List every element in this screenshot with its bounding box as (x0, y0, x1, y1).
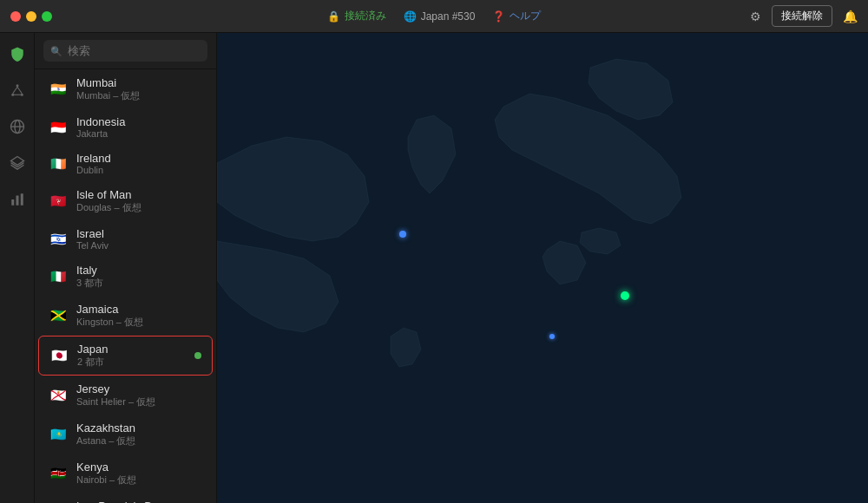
country-sub: Nairobi – 仮想 (76, 474, 202, 487)
minimize-button[interactable] (26, 11, 36, 22)
country-info: Japan 2 都市 (77, 343, 186, 369)
country-info: Mumbai Mumbai – 仮想 (76, 76, 202, 102)
country-flag: 🇮🇱 (49, 230, 68, 249)
country-flag: 🇮🇲 (49, 192, 68, 211)
country-flag: 🇯🇵 (49, 346, 69, 365)
sidebar-icons (0, 33, 35, 503)
country-item[interactable]: 🇯🇪 Jersey Saint Helier – 仮想 (38, 376, 213, 415)
country-item[interactable]: 🇯🇲 Jamaica Kingston – 仮想 (38, 297, 213, 335)
country-info: Israel Tel Aviv (76, 227, 202, 251)
country-info: Lao People's Dem... Vientiane – 仮想 (76, 500, 202, 503)
country-info: Indonesia Jakarta (76, 115, 202, 139)
country-sub: Tel Aviv (76, 240, 202, 251)
help-label: ヘルプ (510, 9, 541, 23)
country-name: Indonesia (76, 115, 202, 128)
country-sub: Jakarta (76, 128, 202, 139)
main-content: 🇮🇳 Mumbai Mumbai – 仮想 🇮🇩 Indonesia Jakar… (0, 33, 868, 503)
country-name: Jamaica (76, 303, 202, 316)
sidebar-icon-stats[interactable] (5, 187, 30, 212)
maximize-button[interactable] (42, 11, 52, 22)
globe-icon: 🌐 (404, 10, 417, 23)
country-name: Jersey (76, 382, 202, 395)
connected-dot (194, 352, 201, 359)
close-button[interactable] (10, 11, 21, 22)
lock-icon: 🔒 (327, 10, 340, 23)
country-name: Lao People's Dem... (76, 500, 202, 503)
disconnect-button[interactable]: 接続解除 (772, 5, 832, 27)
country-info: Ireland Dublin (76, 152, 202, 175)
country-flag: 🇮🇹 (49, 267, 68, 286)
country-item[interactable]: 🇮🇳 Mumbai Mumbai – 仮想 (38, 70, 213, 108)
country-sub: Douglas – 仮想 (76, 201, 202, 214)
country-sub: Saint Helier – 仮想 (76, 395, 202, 408)
country-flag: 🇰🇿 (49, 425, 68, 444)
country-flag: 🇰🇪 (49, 464, 68, 483)
country-name: Isle of Man (76, 188, 202, 201)
country-sub: Astana – 仮想 (76, 434, 202, 447)
titlebar: 🔒 接続済み 🌐 Japan #530 ❓ ヘルプ ⚙ 接続解除 🔔 (0, 0, 868, 33)
country-item[interactable]: 🇱🇦 Lao People's Dem... Vientiane – 仮想 (38, 493, 213, 503)
country-item[interactable]: 🇮🇩 Indonesia Jakarta (38, 109, 213, 145)
country-info: Isle of Man Douglas – 仮想 (76, 188, 202, 214)
country-info: Kazakhstan Astana – 仮想 (76, 421, 202, 447)
search-input[interactable] (43, 40, 207, 62)
country-flag: 🇮🇳 (49, 80, 68, 99)
sidebar-icon-shield[interactable] (5, 42, 30, 66)
country-sub: 2 都市 (77, 356, 186, 369)
bell-icon[interactable]: 🔔 (843, 10, 858, 23)
country-name: Kazakhstan (76, 421, 202, 434)
country-flag: 🇮🇩 (49, 118, 68, 137)
country-name: Israel (76, 227, 202, 240)
country-info: Jamaica Kingston – 仮想 (76, 303, 202, 329)
country-name: Mumbai (76, 76, 202, 89)
sidebar-icon-network[interactable] (5, 78, 30, 102)
svg-rect-11 (16, 196, 18, 206)
sidebar-icon-layers[interactable] (5, 151, 30, 175)
country-info: Kenya Nairobi – 仮想 (76, 461, 202, 487)
country-item[interactable]: 🇮🇹 Italy 3 都市 (38, 258, 213, 296)
connection-status: 🔒 接続済み (327, 9, 386, 23)
country-name: Japan (77, 343, 186, 356)
country-item[interactable]: 🇰🇿 Kazakhstan Astana – 仮想 (38, 415, 213, 454)
map-area (217, 33, 868, 503)
svg-point-0 (16, 84, 18, 87)
connection-status-label: 接続済み (345, 9, 386, 23)
country-name: Ireland (76, 152, 202, 165)
country-sub: 3 都市 (76, 277, 202, 290)
search-wrapper (43, 40, 207, 62)
country-flag: 🇯🇲 (49, 306, 68, 325)
server-name-label: Japan #530 (421, 10, 476, 23)
svg-line-3 (12, 87, 16, 94)
titlebar-center: 🔒 接続済み 🌐 Japan #530 ❓ ヘルプ (327, 9, 542, 23)
country-info: Italy 3 都市 (76, 264, 202, 290)
country-item[interactable]: 🇮🇲 Isle of Man Douglas – 仮想 (38, 182, 213, 220)
country-item[interactable]: 🇯🇵 Japan 2 都市 (38, 336, 213, 376)
svg-line-4 (17, 87, 22, 94)
svg-rect-10 (11, 199, 14, 206)
country-item[interactable]: 🇮🇪 Ireland Dublin (38, 146, 213, 181)
map-dot-korea (399, 231, 406, 238)
country-flag: 🇯🇪 (49, 386, 68, 405)
country-info: Jersey Saint Helier – 仮想 (76, 382, 202, 408)
search-bar (35, 33, 216, 69)
country-sub: Mumbai – 仮想 (76, 89, 202, 102)
country-list: 🇮🇳 Mumbai Mumbai – 仮想 🇮🇩 Indonesia Jakar… (35, 69, 216, 503)
country-item[interactable]: 🇰🇪 Kenya Nairobi – 仮想 (38, 454, 213, 493)
country-sub: Dublin (76, 165, 202, 175)
country-name: Italy (76, 264, 202, 277)
country-item[interactable]: 🇮🇱 Israel Tel Aviv (38, 221, 213, 257)
help-icon: ❓ (492, 10, 505, 23)
server-name: 🌐 Japan #530 (404, 10, 476, 23)
map-dot-japan-south (549, 334, 555, 339)
sidebar-icon-globe[interactable] (5, 114, 30, 139)
country-panel: 🇮🇳 Mumbai Mumbai – 仮想 🇮🇩 Indonesia Jakar… (35, 33, 217, 503)
country-sub: Kingston – 仮想 (76, 316, 202, 329)
titlebar-right: ⚙ 接続解除 🔔 (750, 5, 858, 27)
map-svg (217, 33, 868, 503)
help-button[interactable]: ❓ ヘルプ (492, 9, 541, 23)
settings-icon[interactable]: ⚙ (750, 10, 761, 23)
country-flag: 🇮🇪 (49, 154, 68, 173)
traffic-lights (10, 11, 52, 22)
svg-rect-12 (20, 193, 23, 206)
country-name: Kenya (76, 461, 202, 474)
